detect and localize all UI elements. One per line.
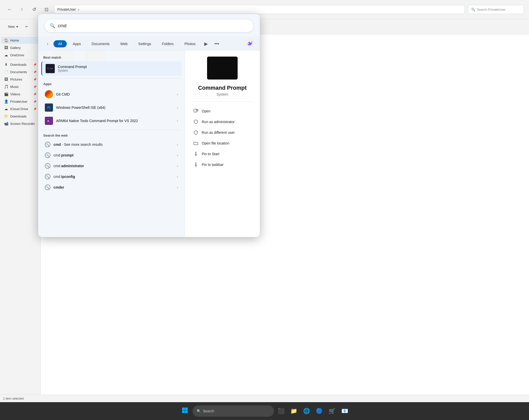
sidebar: 🏠 Home 🖼 Gallery ☁ OneDrive ⬇ Downloads … [0,34,41,402]
left-panel: Best match C:\> Command Prompt System Ap… [38,50,185,237]
taskbar-chrome-icon[interactable]: 🔵 [314,405,325,417]
action-run-admin[interactable]: Run as administrator [191,116,254,127]
web-item-cmd-ipconfig[interactable]: 🔍 cmd ipconfig › [41,172,182,182]
nav-up-button[interactable]: ↑ [17,5,26,14]
pin-indicator-doc: 📌 [33,71,36,73]
tabs-overflow-button[interactable]: ••• [212,40,222,48]
web-item-cmd-admin[interactable]: 🔍 cmd administrator › [41,161,182,171]
taskbar-edge-icon[interactable]: 🌐 [301,405,312,417]
explorer-search-bar[interactable]: 🔍 Search PrivateUser [468,5,524,14]
web-item-cmd-prompt-text: cmd prompt [53,153,74,157]
privateuser-icon: 👤 [4,99,8,103]
sidebar-item-pictures-label: Pictures [10,77,22,81]
sidebar-item-pictures[interactable]: 🖼 Pictures 📌 [1,76,39,83]
svg-rect-0 [182,408,185,410]
sidebar-item-videos[interactable]: 🎬 Videos 📌 [1,90,39,98]
tab-all[interactable]: All [53,40,67,47]
copilot-button[interactable] [245,38,255,49]
store-icon: 🛒 [329,408,335,414]
new-button[interactable]: New ▾ [5,22,21,32]
tab-photos[interactable]: Photos [180,40,200,47]
tab-web[interactable]: Web [116,40,132,47]
taskbar-search-icon: 🔍 [197,409,201,413]
start-button[interactable] [179,405,191,417]
pin-indicator-pu: 📌 [33,100,36,103]
web-search-icon-2: 🔍 [45,152,50,158]
action-pin-start[interactable]: Pin to Start [191,149,254,159]
tab-folders-label: Folders [162,42,174,46]
app-item-gitcmd[interactable]: Git CMD › [41,88,182,101]
web-item-cmder-chevron: › [177,185,178,189]
tab-settings[interactable]: Settings [134,40,156,47]
preview-title: Command Prompt [198,85,247,91]
web-item-cmd-more-text: cmd - See more search results [53,142,103,147]
sidebar-item-privateuser[interactable]: 👤 PrivateUser 📌 [1,98,39,105]
sidebar-item-gallery[interactable]: 🖼 Gallery [1,44,39,51]
terminal-icon: ⬛ [278,408,284,414]
best-match-title: Command Prompt [58,65,87,69]
sidebar-item-home[interactable]: 🏠 Home [1,37,39,44]
sidebar-item-music[interactable]: 🎵 Music 📌 [1,83,39,90]
taskbar-outlook-icon[interactable]: 📧 [339,405,350,417]
svg-rect-1 [185,408,188,410]
address-bar[interactable]: PrivateUser › [54,5,465,14]
new-button-chevron: ▾ [16,25,18,29]
tab-apps[interactable]: Apps [68,40,86,47]
chrome-icon: 🔵 [316,408,323,414]
taskbar-search-bar[interactable]: 🔍 Search [193,405,274,417]
tab-folders[interactable]: Folders [157,40,178,47]
taskbar-terminal-icon[interactable]: ⬛ [276,405,287,417]
divider-1 [42,78,181,78]
search-input-box[interactable]: 🔍 [44,19,254,32]
sidebar-item-privateuser-label: PrivateUser [10,100,28,103]
screenrec-icon: 📹 [4,122,8,126]
tab-settings-label: Settings [138,42,151,46]
taskbar-explorer-icon[interactable]: 📁 [288,405,300,417]
web-item-cmd-more[interactable]: 🔍 cmd - See more search results › [41,139,182,150]
arm-label: ARM64 Native Tools Command Prompt for VS… [56,119,138,123]
results-area: Best match C:\> Command Prompt System Ap… [38,50,260,237]
sidebar-item-icloud[interactable]: ☁ iCloud Drive 📌 [1,105,39,112]
app-item-powershell[interactable]: PS Windows PowerShell ISE (x64) › [41,101,182,114]
start-icon [182,407,188,415]
best-match-label: Best match [38,55,185,61]
tab-all-label: All [58,42,62,46]
tab-documents[interactable]: Documents [87,40,114,47]
web-item-cmder[interactable]: 🔍 cmder › [41,182,182,192]
more-tabs-button[interactable]: ▶ [202,40,210,48]
best-match-subtitle: System [58,69,87,72]
pictures-icon: 🖼 [4,77,8,81]
sidebar-item-downloads-1[interactable]: ⬇ Downloads 📌 [1,61,39,68]
open-location-icon [193,140,199,146]
pin-taskbar-icon [193,162,199,167]
web-section-label: Search the web [38,133,185,139]
action-run-diff-user-label: Run as different user [202,130,235,135]
explorer-search-placeholder: Search PrivateUser [477,8,506,11]
tab-back-button[interactable]: ‹ [43,40,52,48]
downloads-icon-1: ⬇ [4,62,8,67]
sidebar-item-onedrive[interactable]: ☁ OneDrive [1,51,39,59]
sidebar-item-documents[interactable]: 📄 Documents 📌 [1,68,39,75]
best-match-item[interactable]: C:\> Command Prompt System [41,61,182,76]
cut-button[interactable]: ✂ [22,22,31,32]
web-search-icon-1: 🔍 [45,142,50,147]
web-item-cmd-prompt[interactable]: 🔍 cmd prompt › [41,150,182,160]
nav-back-button[interactable]: ← [5,5,14,14]
nav-view-button[interactable]: ⊡ [42,5,51,14]
app-item-arm[interactable]: ▶_ ARM64 Native Tools Command Prompt for… [41,114,182,127]
svg-point-5 [248,43,249,44]
sidebar-item-screenrec[interactable]: 📹 Screen Recordin [1,120,39,127]
home-icon: 🏠 [4,38,8,42]
pin-indicator-vid: 📌 [33,93,36,96]
action-pin-taskbar[interactable]: Pin to taskbar [191,159,254,170]
nav-refresh-button[interactable]: ↺ [30,5,39,14]
search-input[interactable] [58,23,248,29]
sidebar-item-gallery-label: Gallery [10,46,21,50]
action-open-location[interactable]: Open file location [191,138,254,149]
taskbar-store-icon[interactable]: 🛒 [327,405,338,417]
pin-start-icon [193,151,199,157]
edge-icon: 🌐 [303,408,310,414]
sidebar-item-downloads-2[interactable]: 📁 Downloads [1,113,39,120]
action-open[interactable]: Open [191,106,254,116]
action-run-diff-user[interactable]: Run as different user [191,127,254,138]
